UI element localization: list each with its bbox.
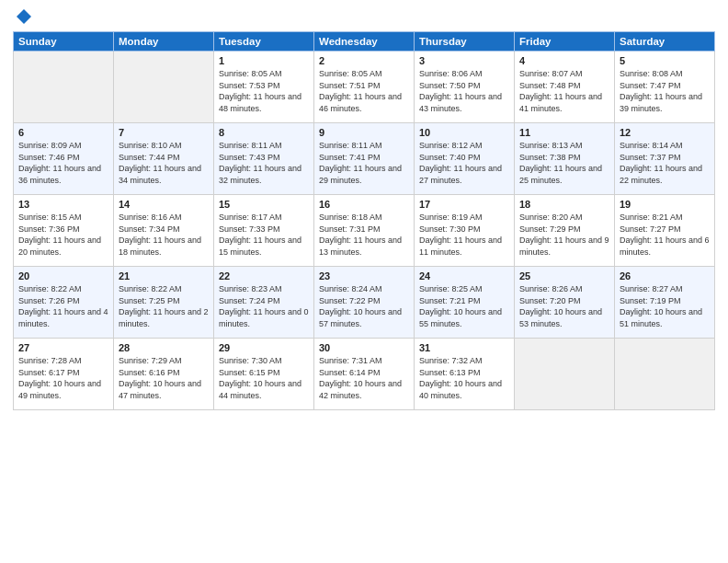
cell-line: Daylight: 11 hours and 29 minutes.	[319, 164, 402, 185]
cell-content: Sunrise: 8:18 AMSunset: 7:31 PMDaylight:…	[319, 212, 409, 258]
calendar-cell: 31Sunrise: 7:32 AMSunset: 6:13 PMDayligh…	[415, 339, 515, 410]
cell-content: Sunrise: 8:26 AMSunset: 7:20 PMDaylight:…	[519, 283, 609, 329]
day-number: 22	[219, 270, 309, 282]
calendar-week-row: 6Sunrise: 8:09 AMSunset: 7:46 PMDaylight…	[14, 123, 715, 195]
cell-line: Sunrise: 8:07 AM	[519, 69, 583, 78]
cell-line: Daylight: 11 hours and 43 minutes.	[419, 92, 502, 113]
cell-line: Sunset: 6:16 PM	[119, 368, 180, 377]
day-number: 31	[419, 342, 509, 353]
day-number: 21	[119, 270, 209, 282]
cell-line: Daylight: 11 hours and 48 minutes.	[219, 92, 301, 113]
day-number: 18	[519, 199, 609, 210]
cell-line: Sunset: 7:24 PM	[219, 296, 280, 305]
cell-line: Sunrise: 8:17 AM	[219, 213, 282, 222]
cell-line: Sunset: 7:53 PM	[219, 81, 280, 90]
cell-line: Sunset: 6:15 PM	[219, 368, 280, 377]
cell-line: Daylight: 11 hours and 13 minutes.	[319, 236, 402, 257]
day-number: 25	[519, 270, 609, 282]
cell-line: Sunset: 7:21 PM	[419, 296, 481, 305]
cell-line: Daylight: 11 hours and 46 minutes.	[319, 92, 402, 113]
calendar-cell: 25Sunrise: 8:26 AMSunset: 7:20 PMDayligh…	[515, 267, 615, 339]
cell-line: Sunset: 7:36 PM	[18, 224, 80, 234]
cell-line: Daylight: 10 hours and 42 minutes.	[319, 379, 402, 400]
cell-line: Sunset: 7:33 PM	[219, 224, 280, 234]
calendar-cell: 28Sunrise: 7:29 AMSunset: 6:16 PMDayligh…	[114, 339, 214, 410]
calendar-week-row: 1Sunrise: 8:05 AMSunset: 7:53 PMDaylight…	[14, 52, 715, 123]
cell-content: Sunrise: 8:17 AMSunset: 7:33 PMDaylight:…	[219, 212, 309, 258]
calendar-cell: 19Sunrise: 8:21 AMSunset: 7:27 PMDayligh…	[615, 195, 715, 267]
cell-line: Sunrise: 8:14 AM	[620, 141, 683, 150]
calendar-cell: 14Sunrise: 8:16 AMSunset: 7:34 PMDayligh…	[114, 195, 214, 267]
cell-line: Daylight: 11 hours and 27 minutes.	[419, 164, 502, 185]
cell-line: Sunrise: 8:27 AM	[620, 284, 683, 293]
calendar-cell	[114, 52, 214, 123]
cell-line: Sunset: 7:47 PM	[620, 81, 681, 90]
cell-content: Sunrise: 8:27 AMSunset: 7:19 PMDaylight:…	[620, 283, 710, 329]
calendar-cell: 9Sunrise: 8:11 AMSunset: 7:41 PMDaylight…	[314, 123, 415, 195]
cell-line: Sunset: 7:44 PM	[119, 153, 180, 162]
calendar-cell: 4Sunrise: 8:07 AMSunset: 7:48 PMDaylight…	[515, 52, 615, 123]
cell-content: Sunrise: 8:06 AMSunset: 7:50 PMDaylight:…	[419, 68, 509, 114]
cell-line: Sunset: 7:20 PM	[519, 296, 581, 305]
calendar-cell: 10Sunrise: 8:12 AMSunset: 7:40 PMDayligh…	[415, 123, 515, 195]
cell-line: Daylight: 11 hours and 6 minutes.	[620, 236, 710, 257]
calendar-cell: 11Sunrise: 8:13 AMSunset: 7:38 PMDayligh…	[515, 123, 615, 195]
cell-line: Daylight: 10 hours and 40 minutes.	[419, 379, 502, 400]
calendar-cell: 6Sunrise: 8:09 AMSunset: 7:46 PMDaylight…	[14, 123, 114, 195]
cell-content: Sunrise: 8:25 AMSunset: 7:21 PMDaylight:…	[419, 283, 509, 329]
calendar-cell: 2Sunrise: 8:05 AMSunset: 7:51 PMDaylight…	[314, 52, 415, 123]
calendar-cell: 15Sunrise: 8:17 AMSunset: 7:33 PMDayligh…	[214, 195, 314, 267]
calendar-cell: 21Sunrise: 8:22 AMSunset: 7:25 PMDayligh…	[114, 267, 214, 339]
cell-line: Sunset: 7:29 PM	[519, 224, 581, 234]
day-number: 3	[419, 55, 509, 66]
calendar-cell: 26Sunrise: 8:27 AMSunset: 7:19 PMDayligh…	[615, 267, 715, 339]
day-number: 4	[519, 55, 609, 66]
cell-line: Daylight: 11 hours and 22 minutes.	[620, 164, 702, 185]
day-number: 24	[419, 270, 509, 282]
cell-line: Sunrise: 8:05 AM	[319, 69, 382, 78]
cell-line: Sunrise: 8:09 AM	[18, 141, 82, 150]
cell-content: Sunrise: 8:22 AMSunset: 7:25 PMDaylight:…	[119, 283, 209, 329]
calendar-cell	[14, 52, 114, 123]
cell-line: Daylight: 11 hours and 25 minutes.	[519, 164, 602, 185]
cell-line: Sunset: 7:50 PM	[419, 81, 481, 90]
cell-line: Sunset: 6:13 PM	[419, 368, 481, 377]
day-number: 12	[620, 127, 710, 138]
cell-line: Daylight: 10 hours and 53 minutes.	[519, 307, 602, 328]
day-number: 20	[18, 270, 108, 282]
logo	[13, 9, 33, 26]
cell-line: Daylight: 11 hours and 18 minutes.	[119, 236, 201, 257]
cell-line: Sunrise: 8:05 AM	[219, 69, 282, 78]
cell-line: Sunrise: 8:16 AM	[119, 213, 182, 222]
day-number: 6	[18, 127, 108, 138]
calendar-week-row: 27Sunrise: 7:28 AMSunset: 6:17 PMDayligh…	[14, 339, 715, 410]
cell-line: Sunrise: 8:25 AM	[419, 284, 483, 293]
cell-content: Sunrise: 8:09 AMSunset: 7:46 PMDaylight:…	[18, 140, 108, 186]
page: SundayMondayTuesdayWednesdayThursdayFrid…	[0, 0, 728, 563]
day-number: 28	[119, 342, 209, 353]
day-number: 8	[219, 127, 309, 138]
calendar-cell: 8Sunrise: 8:11 AMSunset: 7:43 PMDaylight…	[214, 123, 314, 195]
cell-line: Daylight: 11 hours and 9 minutes.	[519, 236, 609, 257]
cell-content: Sunrise: 7:32 AMSunset: 6:13 PMDaylight:…	[419, 355, 509, 401]
cell-line: Sunset: 7:41 PM	[319, 153, 381, 162]
cell-content: Sunrise: 8:05 AMSunset: 7:53 PMDaylight:…	[219, 68, 309, 114]
cell-line: Daylight: 10 hours and 57 minutes.	[319, 307, 402, 328]
cell-line: Daylight: 10 hours and 47 minutes.	[119, 379, 201, 400]
day-number: 1	[219, 55, 309, 66]
cell-line: Sunrise: 8:22 AM	[18, 284, 82, 293]
cell-line: Sunset: 7:43 PM	[219, 153, 280, 162]
cell-content: Sunrise: 8:12 AMSunset: 7:40 PMDaylight:…	[419, 140, 509, 186]
cell-line: Sunset: 7:27 PM	[620, 224, 681, 234]
calendar-cell: 23Sunrise: 8:24 AMSunset: 7:22 PMDayligh…	[314, 267, 415, 339]
cell-line: Daylight: 10 hours and 51 minutes.	[620, 307, 702, 328]
cell-line: Sunrise: 8:19 AM	[419, 213, 483, 222]
cell-line: Sunrise: 8:21 AM	[620, 213, 683, 222]
cell-line: Sunrise: 8:15 AM	[18, 213, 82, 222]
calendar-day-header: Wednesday	[314, 32, 415, 52]
header	[13, 9, 715, 26]
cell-content: Sunrise: 8:16 AMSunset: 7:34 PMDaylight:…	[119, 212, 209, 258]
cell-line: Sunrise: 8:24 AM	[319, 284, 382, 293]
calendar-cell	[615, 339, 715, 410]
cell-line: Sunrise: 8:06 AM	[419, 69, 483, 78]
